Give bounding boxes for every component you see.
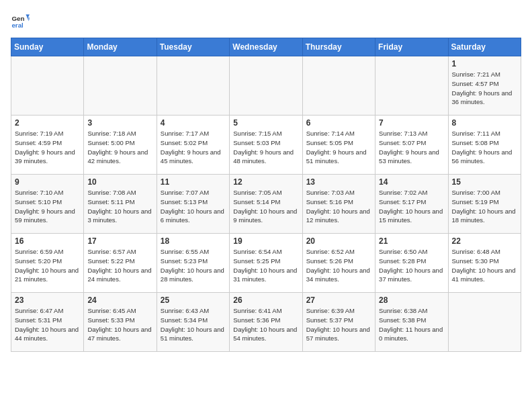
calendar-cell: 7Sunrise: 7:13 AM Sunset: 5:07 PM Daylig… <box>375 116 448 175</box>
weekday-header: Thursday <box>302 38 375 56</box>
day-info: Sunrise: 7:18 AM Sunset: 5:00 PM Dayligh… <box>87 129 152 166</box>
day-number: 2 <box>15 118 80 128</box>
calendar-cell <box>230 56 302 116</box>
calendar-cell: 12Sunrise: 7:05 AM Sunset: 5:14 PM Dayli… <box>230 175 302 234</box>
day-number: 7 <box>379 118 444 128</box>
calendar-cell: 13Sunrise: 7:03 AM Sunset: 5:16 PM Dayli… <box>302 175 375 234</box>
day-info: Sunrise: 6:54 AM Sunset: 5:25 PM Dayligh… <box>233 247 298 284</box>
day-info: Sunrise: 7:10 AM Sunset: 5:10 PM Dayligh… <box>15 188 80 225</box>
calendar-cell <box>84 56 157 116</box>
day-info: Sunrise: 7:19 AM Sunset: 4:59 PM Dayligh… <box>15 129 80 166</box>
calendar-cell: 19Sunrise: 6:54 AM Sunset: 5:25 PM Dayli… <box>230 234 302 293</box>
calendar-cell: 20Sunrise: 6:52 AM Sunset: 5:26 PM Dayli… <box>302 234 375 293</box>
calendar-cell: 21Sunrise: 6:50 AM Sunset: 5:28 PM Dayli… <box>375 234 448 293</box>
day-number: 24 <box>87 295 152 305</box>
day-number: 1 <box>452 59 517 68</box>
day-number: 22 <box>452 236 517 246</box>
day-info: Sunrise: 7:02 AM Sunset: 5:17 PM Dayligh… <box>379 188 444 225</box>
calendar-week-row: 9Sunrise: 7:10 AM Sunset: 5:10 PM Daylig… <box>11 175 521 234</box>
calendar-table: SundayMondayTuesdayWednesdayThursdayFrid… <box>11 38 521 352</box>
calendar-cell: 14Sunrise: 7:02 AM Sunset: 5:17 PM Dayli… <box>375 175 448 234</box>
day-number: 3 <box>87 118 152 128</box>
day-info: Sunrise: 7:00 AM Sunset: 5:19 PM Dayligh… <box>452 188 517 225</box>
calendar-week-row: 2Sunrise: 7:19 AM Sunset: 4:59 PM Daylig… <box>11 116 521 175</box>
svg-text:eral: eral <box>11 21 24 29</box>
day-info: Sunrise: 7:03 AM Sunset: 5:16 PM Dayligh… <box>306 188 371 225</box>
day-info: Sunrise: 6:38 AM Sunset: 5:38 PM Dayligh… <box>379 306 444 343</box>
calendar-cell: 1Sunrise: 7:21 AM Sunset: 4:57 PM Daylig… <box>448 56 521 116</box>
calendar-cell: 17Sunrise: 6:57 AM Sunset: 5:22 PM Dayli… <box>84 234 157 293</box>
day-number: 10 <box>87 177 152 187</box>
day-number: 27 <box>306 295 371 305</box>
day-number: 5 <box>233 118 298 128</box>
calendar-header-row: SundayMondayTuesdayWednesdayThursdayFrid… <box>11 38 521 56</box>
day-info: Sunrise: 6:50 AM Sunset: 5:28 PM Dayligh… <box>379 247 444 284</box>
day-number: 11 <box>161 177 226 187</box>
day-info: Sunrise: 6:59 AM Sunset: 5:20 PM Dayligh… <box>15 247 80 284</box>
day-number: 18 <box>161 236 226 246</box>
day-info: Sunrise: 6:39 AM Sunset: 5:37 PM Dayligh… <box>306 306 371 343</box>
day-info: Sunrise: 7:21 AM Sunset: 4:57 PM Dayligh… <box>452 70 517 107</box>
day-info: Sunrise: 6:43 AM Sunset: 5:34 PM Dayligh… <box>161 306 226 343</box>
day-number: 13 <box>306 177 371 187</box>
day-number: 21 <box>379 236 444 246</box>
calendar-cell: 22Sunrise: 6:48 AM Sunset: 5:30 PM Dayli… <box>448 234 521 293</box>
day-info: Sunrise: 6:41 AM Sunset: 5:36 PM Dayligh… <box>233 306 298 343</box>
calendar-cell: 18Sunrise: 6:55 AM Sunset: 5:23 PM Dayli… <box>157 234 229 293</box>
calendar-cell: 10Sunrise: 7:08 AM Sunset: 5:11 PM Dayli… <box>84 175 157 234</box>
day-number: 12 <box>233 177 298 187</box>
day-number: 6 <box>306 118 371 128</box>
day-number: 9 <box>15 177 80 187</box>
calendar-cell: 3Sunrise: 7:18 AM Sunset: 5:00 PM Daylig… <box>84 116 157 175</box>
calendar-cell <box>157 56 229 116</box>
day-info: Sunrise: 7:15 AM Sunset: 5:03 PM Dayligh… <box>233 129 298 166</box>
day-info: Sunrise: 6:47 AM Sunset: 5:31 PM Dayligh… <box>15 306 80 343</box>
day-number: 14 <box>379 177 444 187</box>
calendar-cell: 28Sunrise: 6:38 AM Sunset: 5:38 PM Dayli… <box>375 293 448 352</box>
day-number: 8 <box>452 118 517 128</box>
calendar-cell: 23Sunrise: 6:47 AM Sunset: 5:31 PM Dayli… <box>11 293 84 352</box>
weekday-header: Tuesday <box>157 38 229 56</box>
day-info: Sunrise: 7:17 AM Sunset: 5:02 PM Dayligh… <box>161 129 226 166</box>
calendar-cell: 24Sunrise: 6:45 AM Sunset: 5:33 PM Dayli… <box>84 293 157 352</box>
day-number: 16 <box>15 236 80 246</box>
logo-icon: Gen eral <box>11 11 30 30</box>
calendar-week-row: 23Sunrise: 6:47 AM Sunset: 5:31 PM Dayli… <box>11 293 521 352</box>
calendar-week-row: 1Sunrise: 7:21 AM Sunset: 4:57 PM Daylig… <box>11 56 521 116</box>
weekday-header: Wednesday <box>230 38 302 56</box>
day-info: Sunrise: 7:11 AM Sunset: 5:08 PM Dayligh… <box>452 129 517 166</box>
calendar-cell: 15Sunrise: 7:00 AM Sunset: 5:19 PM Dayli… <box>448 175 521 234</box>
calendar-cell <box>375 56 448 116</box>
calendar-cell: 6Sunrise: 7:14 AM Sunset: 5:05 PM Daylig… <box>302 116 375 175</box>
day-number: 28 <box>379 295 444 305</box>
logo: Gen eral <box>11 11 32 30</box>
day-info: Sunrise: 6:57 AM Sunset: 5:22 PM Dayligh… <box>87 247 152 284</box>
calendar-cell <box>11 56 84 116</box>
calendar-cell: 8Sunrise: 7:11 AM Sunset: 5:08 PM Daylig… <box>448 116 521 175</box>
day-number: 26 <box>233 295 298 305</box>
calendar-cell: 16Sunrise: 6:59 AM Sunset: 5:20 PM Dayli… <box>11 234 84 293</box>
day-number: 17 <box>87 236 152 246</box>
calendar-week-row: 16Sunrise: 6:59 AM Sunset: 5:20 PM Dayli… <box>11 234 521 293</box>
day-info: Sunrise: 7:14 AM Sunset: 5:05 PM Dayligh… <box>306 129 371 166</box>
day-info: Sunrise: 7:05 AM Sunset: 5:14 PM Dayligh… <box>233 188 298 225</box>
weekday-header: Friday <box>375 38 448 56</box>
day-info: Sunrise: 6:55 AM Sunset: 5:23 PM Dayligh… <box>161 247 226 284</box>
day-number: 23 <box>15 295 80 305</box>
calendar-cell <box>448 293 521 352</box>
day-info: Sunrise: 6:45 AM Sunset: 5:33 PM Dayligh… <box>87 306 152 343</box>
calendar-cell <box>302 56 375 116</box>
day-info: Sunrise: 6:52 AM Sunset: 5:26 PM Dayligh… <box>306 247 371 284</box>
weekday-header: Sunday <box>11 38 84 56</box>
day-number: 15 <box>452 177 517 187</box>
day-info: Sunrise: 6:48 AM Sunset: 5:30 PM Dayligh… <box>452 247 517 284</box>
day-number: 25 <box>161 295 226 305</box>
calendar-cell: 2Sunrise: 7:19 AM Sunset: 4:59 PM Daylig… <box>11 116 84 175</box>
calendar-cell: 5Sunrise: 7:15 AM Sunset: 5:03 PM Daylig… <box>230 116 302 175</box>
weekday-header: Saturday <box>448 38 521 56</box>
day-info: Sunrise: 7:08 AM Sunset: 5:11 PM Dayligh… <box>87 188 152 225</box>
calendar-cell: 9Sunrise: 7:10 AM Sunset: 5:10 PM Daylig… <box>11 175 84 234</box>
svg-marker-3 <box>27 17 30 21</box>
day-info: Sunrise: 7:13 AM Sunset: 5:07 PM Dayligh… <box>379 129 444 166</box>
calendar-cell: 11Sunrise: 7:07 AM Sunset: 5:13 PM Dayli… <box>157 175 229 234</box>
